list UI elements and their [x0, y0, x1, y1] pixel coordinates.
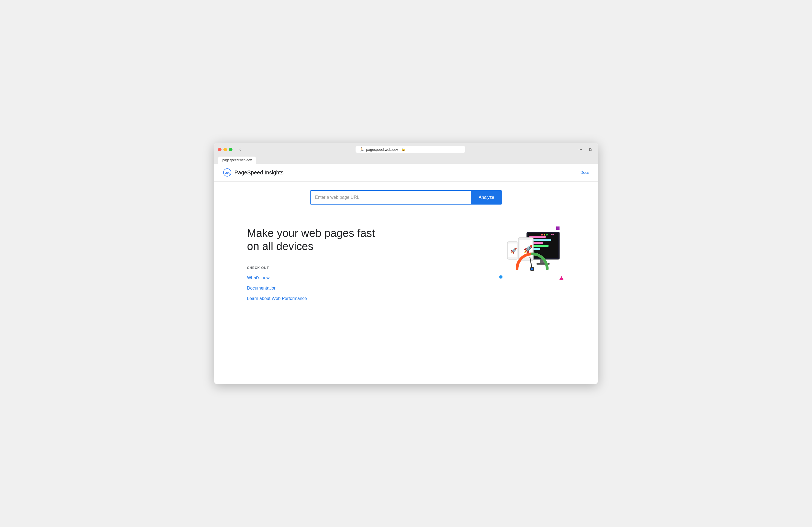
browser-actions: ⋯ ⧉: [577, 146, 594, 153]
tab-label: pagespeed.web.dev: [222, 158, 252, 162]
browser-window: ‹ 🏃 pagespeed.web.dev 🔒 ⋯ ⧉ pagespeed.we…: [214, 143, 598, 384]
svg-point-1: [227, 173, 228, 174]
address-bar[interactable]: 🏃 pagespeed.web.dev 🔒: [356, 146, 465, 153]
deco-purple-square: [556, 227, 560, 230]
svg-text:🚀: 🚀: [510, 247, 517, 254]
svg-point-13: [546, 234, 548, 236]
minimize-button[interactable]: [223, 148, 227, 151]
app-logo: PageSpeed Insights: [223, 168, 284, 177]
active-tab[interactable]: pagespeed.web.dev: [218, 157, 256, 164]
ellipsis-button[interactable]: ⋯: [577, 146, 584, 153]
learn-web-perf-link[interactable]: Learn about Web Performance: [247, 296, 384, 301]
logo-icon: [223, 168, 232, 177]
deco-blue-circle: [499, 275, 503, 279]
search-section: Analyze: [214, 182, 598, 204]
pagespeed-icon: 🏃: [359, 147, 364, 152]
svg-point-23: [531, 268, 533, 270]
app-header: PageSpeed Insights Docs: [214, 164, 598, 182]
illustration-svg: ↔ 🚀 🚀: [499, 227, 565, 281]
svg-point-11: [541, 234, 543, 236]
close-button[interactable]: [218, 148, 221, 151]
svg-text:↔: ↔: [550, 232, 555, 237]
whats-new-link[interactable]: What's new: [247, 275, 384, 280]
traffic-lights: [218, 148, 232, 151]
deco-pink-triangle: [559, 276, 564, 280]
svg-point-12: [543, 234, 545, 236]
lock-icon: 🔒: [401, 147, 405, 151]
main-content: Make your web pages fast on all devices …: [214, 204, 598, 384]
page-content: PageSpeed Insights Docs Analyze Make you…: [214, 164, 598, 384]
content-left: Make your web pages fast on all devices …: [247, 227, 384, 301]
url-input[interactable]: [310, 190, 471, 204]
maximize-button[interactable]: [229, 148, 232, 151]
documentation-link[interactable]: Documentation: [247, 286, 384, 291]
links-list: What's new Documentation Learn about Web…: [247, 275, 384, 301]
analyze-button[interactable]: Analyze: [471, 190, 502, 204]
check-out-label: CHECK OUT: [247, 266, 384, 270]
browser-chrome: ‹ 🏃 pagespeed.web.dev 🔒 ⋯ ⧉ pagespeed.we…: [214, 143, 598, 164]
tabs-button[interactable]: ⧉: [586, 146, 594, 153]
docs-link[interactable]: Docs: [580, 170, 589, 175]
address-bar-text: pagespeed.web.dev: [366, 147, 398, 152]
svg-text:🚀: 🚀: [523, 245, 533, 254]
back-button[interactable]: ‹: [236, 146, 244, 153]
hero-title: Make your web pages fast on all devices: [247, 227, 384, 253]
browser-tabs: pagespeed.web.dev: [218, 155, 594, 164]
illustration-container: ↔ 🚀 🚀: [499, 227, 565, 281]
search-bar-wrapper: Analyze: [310, 190, 502, 204]
app-title: PageSpeed Insights: [234, 169, 284, 176]
